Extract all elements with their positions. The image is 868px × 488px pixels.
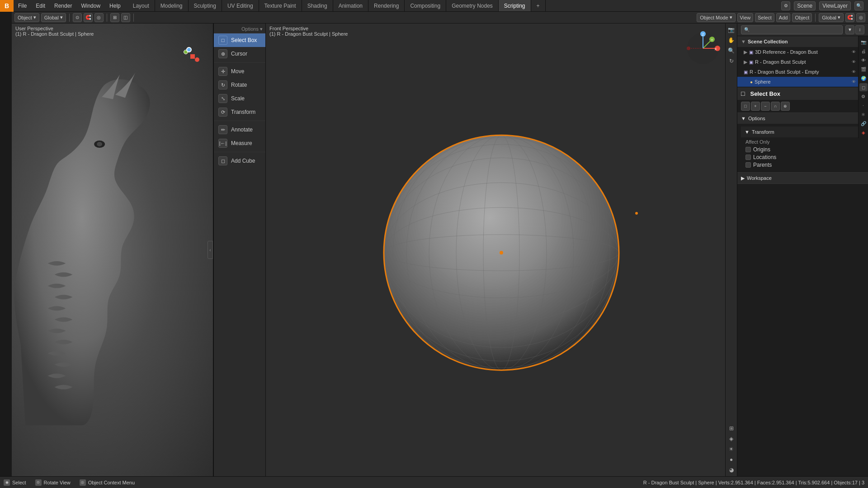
- tab-shading[interactable]: Shading: [302, 0, 333, 11]
- viewport-collapse-arrow[interactable]: ‹: [208, 241, 213, 259]
- outliner-expand-icon[interactable]: ▼: [741, 39, 746, 44]
- menu-help[interactable]: Help: [105, 0, 125, 11]
- rotate3d-icon[interactable]: ↻: [727, 56, 736, 66]
- tool-rotate[interactable]: ↻ Rotate: [214, 78, 265, 92]
- engine-icon[interactable]: ⚙: [781, 1, 790, 10]
- prop-object-icon[interactable]: ◻: [859, 83, 868, 91]
- global-dropdown[interactable]: Global ▾: [41, 13, 66, 22]
- eye-icon-2[interactable]: 👁: [850, 59, 857, 65]
- view-camera-icon[interactable]: 📷: [727, 25, 736, 34]
- status-rotate-view: ⊙ Rotate View: [35, 479, 71, 486]
- tab-animation[interactable]: Animation: [333, 0, 368, 11]
- locations-checkbox[interactable]: [745, 155, 751, 160]
- mode-add-icon[interactable]: +: [751, 102, 760, 111]
- eye-icon-4[interactable]: 👁: [850, 79, 857, 85]
- proportional-icon[interactable]: ◎: [94, 13, 104, 22]
- object-menu[interactable]: Object: [792, 13, 812, 22]
- prop-world-icon[interactable]: 🌍: [859, 74, 868, 82]
- menu-render[interactable]: Render: [50, 0, 76, 11]
- origins-checkbox[interactable]: [745, 147, 751, 152]
- tab-compositing[interactable]: Compositing: [405, 0, 446, 11]
- zoom-icon[interactable]: 🔍: [727, 46, 736, 55]
- prop-particles-icon[interactable]: ·: [859, 101, 868, 109]
- sidebar-search[interactable]: 🔍: [741, 25, 843, 34]
- menu-file[interactable]: File: [14, 0, 31, 11]
- snap-icon[interactable]: 🧲: [84, 13, 93, 22]
- left-viewport[interactable]: User Perspective (1) R - Dragon Bust Scu…: [12, 23, 214, 476]
- outliner-item-empty[interactable]: ▣ R - Dragon Bust Sculpt - Empty 👁 📷: [737, 67, 868, 77]
- outliner-item-sphere[interactable]: ● Sphere 👁 📷: [737, 77, 868, 87]
- prop-constraints-icon[interactable]: 🔗: [859, 119, 868, 127]
- right-viewport[interactable]: Front Perspective (1) R - Dragon Bust Sc…: [266, 23, 737, 476]
- tool-move[interactable]: ✛ Move: [214, 65, 265, 78]
- sync-icon[interactable]: ↕: [855, 25, 864, 34]
- prop-modifier-icon[interactable]: ⚙: [859, 92, 868, 100]
- tool-measure[interactable]: |←| Measure: [214, 136, 265, 150]
- blender-logo[interactable]: B: [0, 0, 14, 12]
- expand-icon-2[interactable]: ▶: [744, 59, 747, 65]
- menu-window[interactable]: Window: [76, 0, 105, 11]
- transform-subheader[interactable]: ▼ Transform: [741, 127, 864, 137]
- hand-icon[interactable]: ✋: [727, 36, 736, 45]
- light-icon[interactable]: ☀: [727, 445, 736, 454]
- mode-and-icon[interactable]: ∩: [771, 102, 780, 111]
- mode-set-icon[interactable]: □: [741, 102, 750, 111]
- mode-subtract-icon[interactable]: −: [761, 102, 770, 111]
- view-menu[interactable]: View: [737, 13, 754, 22]
- options-label[interactable]: Options ▾: [241, 26, 263, 32]
- prop-physics-icon[interactable]: ⚛: [859, 110, 868, 118]
- tool-transform[interactable]: ⟳ Transform: [214, 105, 265, 119]
- mode-xor-icon[interactable]: ⊕: [781, 102, 790, 111]
- scene-selector[interactable]: Scene: [794, 1, 816, 10]
- eye-icon-3[interactable]: 👁: [850, 69, 857, 75]
- tool-cursor[interactable]: ⊕ Cursor: [214, 47, 265, 61]
- top-menu-right: ⚙ Scene ViewLayer 🔍: [781, 1, 868, 10]
- mouse-right-icon: ◎: [80, 479, 86, 486]
- object-dropdown[interactable]: Object ▾: [14, 13, 39, 22]
- parents-checkbox[interactable]: [745, 162, 751, 168]
- svg-text:Z: Z: [702, 33, 704, 37]
- overlay-icon[interactable]: ⊞: [110, 13, 119, 22]
- proportional2-icon[interactable]: ◎: [856, 13, 865, 22]
- tab-scripting[interactable]: Scripting: [499, 0, 531, 11]
- menu-edit[interactable]: Edit: [31, 0, 50, 11]
- tool-scale[interactable]: ⤡ Scale: [214, 92, 265, 105]
- prop-scene-icon[interactable]: 🎬: [859, 65, 868, 73]
- material-icon[interactable]: ●: [727, 455, 736, 464]
- tool-add-cube[interactable]: ◻ Add Cube: [214, 154, 265, 168]
- tab-geometry-nodes[interactable]: Geometry Nodes: [446, 0, 499, 11]
- tool-select-box[interactable]: □ Select Box: [214, 33, 265, 47]
- search-icon[interactable]: 🔍: [854, 1, 863, 10]
- tab-sculpting[interactable]: Sculpting: [189, 0, 222, 11]
- add-menu[interactable]: Add: [776, 13, 791, 22]
- expand-icon-1[interactable]: ▶: [744, 49, 747, 55]
- render-icon[interactable]: ◕: [727, 465, 736, 474]
- prop-data-icon[interactable]: ◈: [859, 128, 868, 136]
- options-header[interactable]: ▼ Options: [737, 113, 868, 124]
- prop-output-icon[interactable]: 🖨: [859, 47, 868, 55]
- locations-checkbox-row: Locations: [745, 154, 864, 160]
- workspace-header[interactable]: ▶ Workspace: [737, 173, 868, 183]
- xray-icon[interactable]: ◫: [121, 13, 130, 22]
- tab-modeling[interactable]: Modeling: [155, 0, 189, 11]
- outliner-item-3d-ref[interactable]: ▶ ▣ 3D Reference - Dragon Bust 👁 📷: [737, 47, 868, 57]
- view-layer-selector[interactable]: ViewLayer: [819, 1, 851, 10]
- global2-dropdown[interactable]: Global ▾: [819, 13, 844, 22]
- xform-pivot-icon[interactable]: ⊙: [73, 13, 82, 22]
- tab-texture-paint[interactable]: Texture Paint: [259, 0, 302, 11]
- snap2-icon[interactable]: 🧲: [845, 13, 854, 22]
- prop-render-icon[interactable]: 📷: [859, 38, 868, 46]
- tab-layout[interactable]: Layout: [127, 0, 155, 11]
- grid-icon[interactable]: ⊞: [727, 424, 736, 433]
- eye-icon-1[interactable]: 👁: [850, 49, 857, 55]
- object-mode-dropdown[interactable]: Object Mode ▾: [697, 13, 735, 22]
- tool-annotate[interactable]: ✏ Annotate: [214, 123, 265, 136]
- prop-view-icon[interactable]: 👁: [859, 56, 868, 64]
- tab-uv-editing[interactable]: UV Editing: [222, 0, 259, 11]
- outliner-item-dragon-sculpt[interactable]: ▶ ▣ R - Dragon Bust Sculpt 👁 📷: [737, 57, 868, 67]
- tab-rendering[interactable]: Rendering: [368, 0, 405, 11]
- face-orient-icon[interactable]: ◈: [727, 434, 736, 443]
- select-menu[interactable]: Select: [755, 13, 774, 22]
- tab-add[interactable]: +: [531, 0, 546, 11]
- filter-icon[interactable]: ▼: [845, 25, 854, 34]
